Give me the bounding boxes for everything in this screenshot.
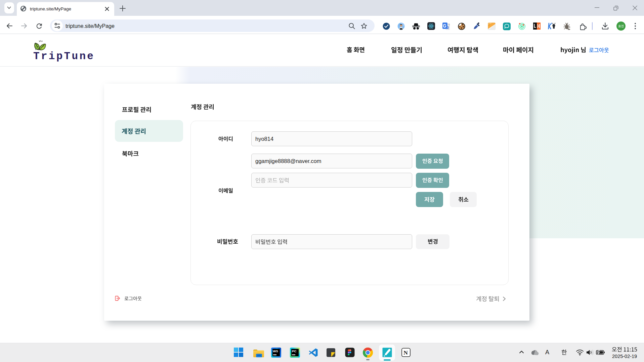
svg-text:N: N (403, 349, 408, 356)
svg-text:PC: PC (292, 349, 296, 353)
svg-text:WS: WS (273, 349, 278, 353)
